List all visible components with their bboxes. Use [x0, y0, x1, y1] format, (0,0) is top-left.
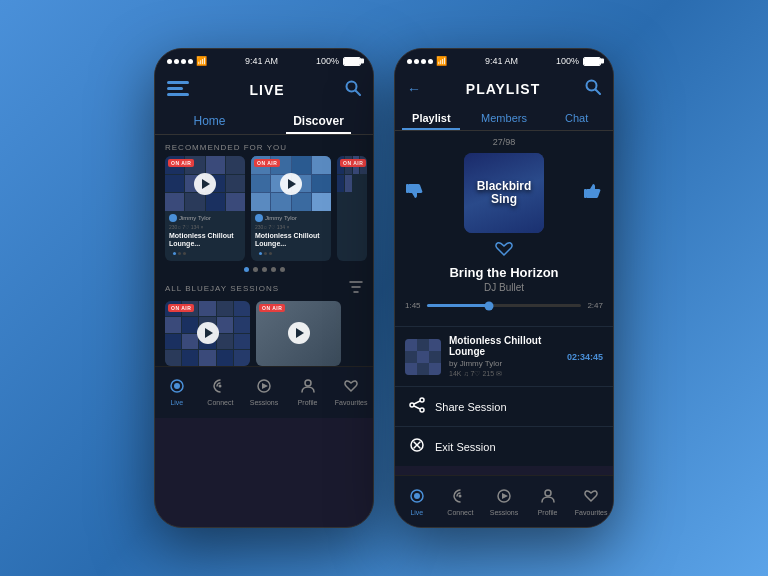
status-left-right: 📶: [407, 56, 447, 66]
status-right-left: 100%: [316, 56, 361, 66]
queue-title: Motionless Chillout Lounge: [449, 335, 559, 357]
thumbdown-button[interactable]: [405, 181, 425, 206]
signal-dot-3: [181, 59, 186, 64]
page-dot-2: [253, 267, 258, 272]
nav-live-label-right: Live: [410, 509, 423, 516]
thumbup-button[interactable]: [583, 181, 603, 206]
nav-sessions-left[interactable]: Sessions: [242, 378, 286, 406]
card-1[interactable]: ON AIR Jimmy Tylor 230♫ 7♡ 134 ×: [165, 156, 245, 261]
wifi-icon-right: 📶: [436, 56, 447, 66]
nav-profile-icon-left: [300, 378, 316, 397]
phone-right: 📶 9:41 AM 100% ← PLAYLIST: [394, 48, 614, 528]
session-card-1[interactable]: ON AIR: [165, 301, 250, 366]
card-2-info: Jimmy Tylor 230♫ 7♡ 134 × Motionless Chi…: [251, 211, 331, 261]
nav-connect-label-right: Connect: [447, 509, 473, 516]
share-session-item[interactable]: Share Session: [395, 386, 613, 426]
nav-live-right[interactable]: Live: [395, 488, 439, 516]
svg-rect-0: [167, 81, 189, 84]
session-card-2[interactable]: ON AIR: [256, 301, 341, 366]
page-dots: [155, 261, 373, 276]
filter-icon[interactable]: [349, 280, 363, 297]
share-session-label: Share Session: [435, 401, 507, 413]
back-button[interactable]: ←: [407, 81, 421, 97]
nav-connect-icon-right: [452, 488, 468, 507]
nav-sessions-icon-left: [256, 378, 272, 397]
svg-point-5: [174, 383, 180, 389]
battery-icon-right: [583, 57, 601, 66]
nav-fav-label-left: Favourites: [335, 399, 368, 406]
queue-item[interactable]: Motionless Chillout Lounge by Jimmy Tylo…: [395, 326, 613, 386]
signal-dot-4: [188, 59, 193, 64]
tab-playlist[interactable]: Playlist: [395, 106, 468, 130]
tab-members[interactable]: Members: [468, 106, 541, 130]
album-art: Blackbird Sing: [464, 153, 544, 233]
svg-marker-27: [502, 493, 508, 499]
card-3[interactable]: ON AIR: [337, 156, 367, 261]
nav-profile-left[interactable]: Profile: [286, 378, 330, 406]
page-dot-5: [280, 267, 285, 272]
nav-connect-left[interactable]: Connect: [199, 378, 243, 406]
exit-session-item[interactable]: Exit Session: [395, 426, 613, 466]
nav-favourites-right[interactable]: Favourites: [569, 488, 613, 516]
nav-sessions-right[interactable]: Sessions: [482, 488, 526, 516]
exit-session-label: Exit Session: [435, 441, 496, 453]
status-left: 📶: [167, 56, 207, 66]
logo-icon: [167, 79, 189, 100]
session-play-triangle-2: [296, 328, 304, 338]
session-play-2[interactable]: [288, 322, 310, 344]
nav-live-icon-right: [409, 488, 425, 507]
play-button-2[interactable]: [280, 173, 302, 195]
nav-live-icon-left: [169, 378, 185, 397]
nav-fav-icon-right: [583, 488, 599, 507]
queue-thumb: [405, 339, 441, 375]
wifi-icon: 📶: [196, 56, 207, 66]
svg-rect-14: [584, 189, 587, 198]
signal-dots-right: [407, 59, 433, 64]
heart-row: [405, 241, 603, 261]
play-triangle-1: [202, 179, 210, 189]
share-icon: [409, 397, 425, 416]
nav-live-left[interactable]: Live: [155, 378, 199, 406]
tab-chat[interactable]: Chat: [540, 106, 613, 130]
nav-fav-label-right: Favourites: [575, 509, 608, 516]
card-2[interactable]: ON AIR Jimmy Tylor 230♫ 7♡ 134 ×: [251, 156, 331, 261]
signal-dot-1: [167, 59, 172, 64]
page-dot-1: [244, 267, 249, 272]
phone1-content: RECOMMENDED FOR YOU ON AIR: [155, 135, 373, 366]
svg-point-10: [305, 380, 311, 386]
track-title: Bring the Horizon: [405, 265, 603, 280]
tab-home[interactable]: Home: [155, 108, 264, 134]
nav-profile-label-left: Profile: [298, 399, 318, 406]
status-time-right: 9:41 AM: [485, 56, 518, 66]
heart-button[interactable]: [495, 243, 513, 260]
on-air-badge-3: ON AIR: [340, 159, 366, 167]
svg-line-4: [356, 91, 361, 96]
card-2-stats: 230♫ 7♡ 134 ×: [255, 224, 327, 230]
album-art-text: Blackbird Sing: [473, 176, 536, 210]
session-on-air-2: ON AIR: [259, 304, 285, 312]
status-right-right: 100%: [556, 56, 601, 66]
phone2-header-title: PLAYLIST: [466, 81, 540, 97]
tabs-bar-left: Home Discover: [155, 108, 373, 135]
nav-profile-label-right: Profile: [538, 509, 558, 516]
phone-left: 📶 9:41 AM 100% LIVE: [154, 48, 374, 528]
tab-discover[interactable]: Discover: [264, 108, 373, 134]
signal-dots: [167, 59, 193, 64]
svg-rect-13: [406, 184, 409, 193]
svg-point-16: [410, 403, 414, 407]
phone2-search-icon[interactable]: [585, 79, 601, 98]
progress-bar[interactable]: [427, 304, 582, 307]
card-2-image: ON AIR: [251, 156, 331, 211]
phone1-search-icon[interactable]: [345, 80, 361, 99]
battery-percent-left: 100%: [316, 56, 339, 66]
nav-connect-right[interactable]: Connect: [439, 488, 483, 516]
session-play-1[interactable]: [197, 322, 219, 344]
play-button-1[interactable]: [194, 173, 216, 195]
phone1-header: LIVE: [155, 73, 373, 108]
nav-sessions-icon-right: [496, 488, 512, 507]
card-2-avatar: [255, 214, 263, 222]
nav-profile-icon-right: [540, 488, 556, 507]
svg-rect-1: [167, 87, 183, 90]
nav-profile-right[interactable]: Profile: [526, 488, 570, 516]
nav-favourites-left[interactable]: Favourites: [329, 378, 373, 406]
